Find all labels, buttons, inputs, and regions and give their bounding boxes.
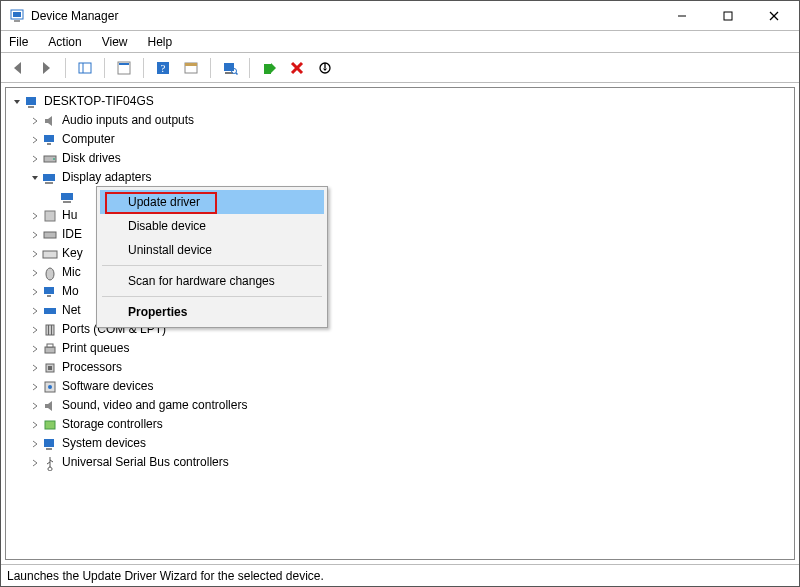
action-center-button[interactable] [180,57,202,79]
menu-help[interactable]: Help [144,33,177,51]
chevron-right-icon[interactable] [28,135,42,145]
menu-file[interactable]: File [5,33,32,51]
svg-rect-41 [46,325,54,335]
close-button[interactable] [751,1,797,31]
svg-point-29 [53,158,55,160]
maximize-button[interactable] [705,1,751,31]
tree-node-label: Disk drives [62,149,121,168]
ctx-item-label: Update driver [128,195,200,209]
chevron-down-icon[interactable] [10,97,24,107]
svg-rect-42 [48,325,49,335]
port-icon [42,322,58,338]
svg-point-37 [46,268,54,280]
svg-rect-38 [44,287,54,294]
disk-icon [42,151,58,167]
svg-rect-2 [14,20,20,22]
tree-node-software-devices[interactable]: Software devices [6,377,794,396]
chevron-right-icon[interactable] [28,116,42,126]
network-icon [42,303,58,319]
svg-rect-7 [79,63,91,73]
chevron-right-icon[interactable] [28,344,42,354]
tree-root[interactable]: DESKTOP-TIF04GS [6,92,794,111]
help-button[interactable]: ? [152,57,174,79]
tree-node-label: Print queues [62,339,129,358]
display-adapter-icon [60,189,76,205]
chevron-right-icon[interactable] [28,154,42,164]
back-button[interactable] [7,57,29,79]
svg-rect-14 [185,63,197,66]
tree-node-usb[interactable]: Universal Serial Bus controllers [6,453,794,472]
tree-node-label: Sound, video and game controllers [62,396,247,415]
tree-node-label: IDE [62,225,82,244]
ctx-scan-hardware[interactable]: Scan for hardware changes [100,269,324,293]
disable-device-button[interactable] [314,57,336,79]
chevron-right-icon[interactable] [28,325,42,335]
menubar: File Action View Help [1,31,799,53]
system-device-icon [42,436,58,452]
tree-node-processors[interactable]: Processors [6,358,794,377]
svg-rect-34 [45,211,55,221]
chevron-right-icon[interactable] [28,420,42,430]
chevron-right-icon[interactable] [28,230,42,240]
tree-node-audio[interactable]: Audio inputs and outputs [6,111,794,130]
chevron-right-icon[interactable] [28,363,42,373]
tree-node-label: System devices [62,434,146,453]
content-area: DESKTOP-TIF04GS Audio inputs and outputs… [1,83,799,564]
tree-node-label: Software devices [62,377,153,396]
tree-root-label: DESKTOP-TIF04GS [44,92,154,111]
tree-node-print-queues[interactable]: Print queues [6,339,794,358]
svg-rect-50 [45,421,55,429]
tree-node-system-devices[interactable]: System devices [6,434,794,453]
chevron-right-icon[interactable] [28,382,42,392]
tree-node-display[interactable]: Display adapters [6,168,794,187]
chevron-right-icon[interactable] [28,287,42,297]
chevron-right-icon[interactable] [28,401,42,411]
device-manager-window: Device Manager File Action View Help [0,0,800,587]
statusbar: Launches the Update Driver Wizard for th… [1,564,799,586]
titlebar: Device Manager [1,1,799,31]
menu-view[interactable]: View [98,33,132,51]
uninstall-device-button[interactable] [286,57,308,79]
ctx-item-label: Scan for hardware changes [128,274,275,288]
scan-hardware-button[interactable] [219,57,241,79]
chevron-right-icon[interactable] [28,306,42,316]
computer-icon [24,94,40,110]
chevron-right-icon[interactable] [28,249,42,259]
minimize-button[interactable] [659,1,705,31]
ctx-item-label: Uninstall device [128,243,212,257]
menu-action[interactable]: Action [44,33,85,51]
show-hide-console-tree-button[interactable] [74,57,96,79]
ctx-properties[interactable]: Properties [100,300,324,324]
device-tree[interactable]: DESKTOP-TIF04GS Audio inputs and outputs… [5,87,795,560]
display-adapter-icon [42,170,58,186]
ctx-item-label: Properties [128,305,187,319]
tree-node-label: Mo [62,282,79,301]
properties-button[interactable] [113,57,135,79]
tree-node-computer[interactable]: Computer [6,130,794,149]
tree-node-label: Universal Serial Bus controllers [62,453,229,472]
mouse-icon [42,265,58,281]
usb-icon [42,455,58,471]
chevron-down-icon[interactable] [28,173,42,183]
svg-rect-10 [119,63,129,65]
tree-node-label: Processors [62,358,122,377]
svg-rect-15 [224,63,234,71]
update-driver-button[interactable] [258,57,280,79]
svg-rect-4 [724,12,732,20]
status-text: Launches the Update Driver Wizard for th… [7,569,324,583]
ctx-disable-device[interactable]: Disable device [100,214,324,238]
chevron-right-icon[interactable] [28,439,42,449]
tree-node-disk[interactable]: Disk drives [6,149,794,168]
tree-node-label: Storage controllers [62,415,163,434]
speaker-icon [42,398,58,414]
ctx-update-driver[interactable]: Update driver [100,190,324,214]
chevron-right-icon[interactable] [28,268,42,278]
chevron-right-icon[interactable] [28,211,42,221]
tree-node-storage[interactable]: Storage controllers [6,415,794,434]
svg-rect-36 [43,251,57,258]
ctx-uninstall-device[interactable]: Uninstall device [100,238,324,262]
tree-node-sound-video-game[interactable]: Sound, video and game controllers [6,396,794,415]
chevron-right-icon[interactable] [28,458,42,468]
svg-rect-44 [45,347,55,353]
forward-button[interactable] [35,57,57,79]
